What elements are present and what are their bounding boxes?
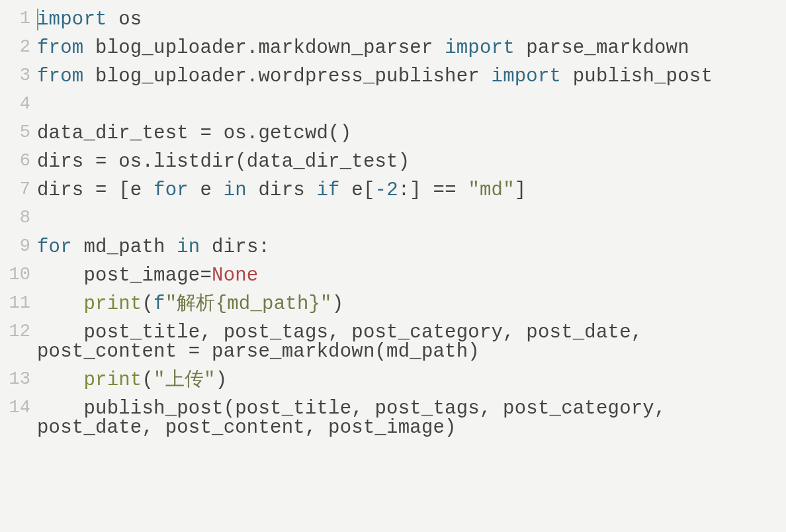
line-number: 13	[0, 371, 37, 388]
token-ident: parse_markdown(md_path)	[200, 341, 479, 363]
token-kw: import	[445, 37, 515, 59]
code-text[interactable]: for md_path in dirs:	[37, 238, 786, 257]
token-op: =	[200, 122, 212, 144]
token-ident	[37, 293, 83, 315]
token-op: =	[95, 179, 107, 201]
token-ident: e	[189, 179, 224, 201]
code-line[interactable]: 6dirs = os.listdir(data_dir_test)	[0, 148, 786, 176]
token-kw: in	[224, 179, 247, 201]
code-line[interactable]: 5data_dir_test = os.getcwd()	[0, 119, 786, 148]
line-number: 1	[0, 10, 37, 28]
token-op: =	[200, 265, 212, 287]
line-number: 10	[0, 266, 37, 284]
token-str: "md"	[468, 179, 514, 201]
token-ident: dirs	[247, 179, 317, 201]
token-ident: publish_post	[561, 66, 713, 87]
line-number: 6	[0, 152, 37, 170]
code-line[interactable]: 12 post_title, post_tags, post_category,…	[0, 318, 786, 366]
code-text[interactable]: from blog_uploader.wordpress_publisher i…	[37, 67, 786, 86]
code-text[interactable]: from blog_uploader.markdown_parser impor…	[37, 38, 786, 58]
token-kw: for	[153, 179, 189, 201]
token-kw: import	[37, 9, 107, 30]
line-number: 2	[0, 38, 37, 56]
code-text[interactable]: data_dir_test = os.getcwd()	[37, 124, 786, 143]
token-op: =	[95, 151, 107, 173]
token-builtin: print	[83, 293, 142, 315]
code-line[interactable]: 2from blog_uploader.markdown_parser impo…	[0, 34, 786, 62]
token-ident: )	[332, 293, 344, 315]
code-text[interactable]: dirs = [e for e in dirs if e[-2:] == "md…	[37, 181, 786, 200]
token-none: None	[212, 265, 258, 287]
token-ident: os	[107, 9, 142, 30]
code-line[interactable]: 9for md_path in dirs:	[0, 233, 786, 261]
token-str: "解析{md_path}"	[165, 293, 332, 315]
token-ident: publish_post(post_title, post_tags, post…	[37, 398, 677, 439]
line-number: 3	[0, 67, 37, 85]
token-ident	[37, 94, 49, 116]
code-line[interactable]: 1import os	[0, 5, 786, 34]
code-line[interactable]: 7dirs = [e for e in dirs if e[-2:] == "m…	[0, 176, 786, 204]
token-ident: dirs:	[200, 236, 270, 258]
code-text[interactable]: print(f"解析{md_path}")	[37, 294, 786, 314]
code-line[interactable]: 14 publish_post(post_title, post_tags, p…	[0, 394, 786, 442]
token-ident: os.listdir(data_dir_test)	[107, 151, 410, 173]
line-number: 9	[0, 238, 37, 255]
token-ident: parse_markdown	[515, 37, 689, 59]
code-line[interactable]: 4	[0, 91, 786, 119]
token-ident: :]	[398, 179, 433, 201]
token-op: ==	[433, 179, 457, 201]
token-kw: import	[492, 66, 562, 87]
token-ident: data_dir_test	[37, 122, 200, 144]
token-ident: dirs	[37, 151, 95, 173]
token-ident: post_image	[37, 265, 200, 287]
token-kw: for	[37, 236, 72, 258]
line-number: 12	[0, 323, 37, 341]
line-number: 11	[0, 294, 37, 312]
line-number: 8	[0, 209, 37, 227]
token-kw: from	[37, 66, 83, 87]
code-line[interactable]: 10 post_image=None	[0, 261, 786, 290]
token-ident: blog_uploader.markdown_parser	[83, 37, 445, 59]
token-builtin: print	[83, 369, 142, 391]
token-ident: os.getcwd()	[212, 122, 351, 144]
token-kw: from	[37, 37, 83, 59]
token-str: "上传"	[153, 369, 216, 391]
token-ident	[457, 179, 468, 201]
token-ident: (	[142, 293, 153, 315]
code-text[interactable]: import os	[37, 10, 786, 29]
token-ident: )	[216, 369, 228, 391]
code-text[interactable]: publish_post(post_title, post_tags, post…	[37, 399, 786, 437]
code-line[interactable]: 11 print(f"解析{md_path}")	[0, 290, 786, 318]
code-text[interactable]: dirs = os.listdir(data_dir_test)	[37, 152, 786, 171]
code-editor[interactable]: 1import os2from blog_uploader.markdown_p…	[0, 0, 786, 532]
token-num: -2	[375, 179, 398, 201]
token-ident: [e	[107, 179, 153, 201]
code-text[interactable]	[37, 209, 786, 228]
token-op: =	[189, 341, 200, 363]
line-number: 5	[0, 124, 37, 142]
code-line[interactable]: 8	[0, 204, 786, 233]
token-ident: md_path	[72, 236, 177, 258]
code-line[interactable]: 13 print("上传")	[0, 366, 786, 394]
token-ident: e[	[340, 179, 375, 201]
code-line[interactable]: 3from blog_uploader.wordpress_publisher …	[0, 62, 786, 91]
code-text[interactable]: post_image=None	[37, 266, 786, 285]
token-ident: (	[142, 369, 153, 391]
token-fstr: f	[153, 293, 165, 315]
code-text[interactable]	[37, 95, 786, 114]
code-text[interactable]: print("上传")	[37, 371, 786, 390]
token-ident: dirs	[37, 179, 95, 201]
code-text[interactable]: post_title, post_tags, post_category, po…	[37, 323, 786, 361]
token-ident	[37, 208, 49, 230]
token-ident	[37, 369, 83, 391]
code-lines: 1import os2from blog_uploader.markdown_p…	[0, 5, 786, 442]
line-number: 7	[0, 181, 37, 199]
token-ident: blog_uploader.wordpress_publisher	[83, 66, 491, 87]
token-kw: if	[317, 179, 340, 201]
line-number: 4	[0, 95, 37, 113]
token-ident: ]	[515, 179, 527, 201]
line-number: 14	[0, 399, 37, 417]
token-kw: in	[177, 236, 200, 258]
